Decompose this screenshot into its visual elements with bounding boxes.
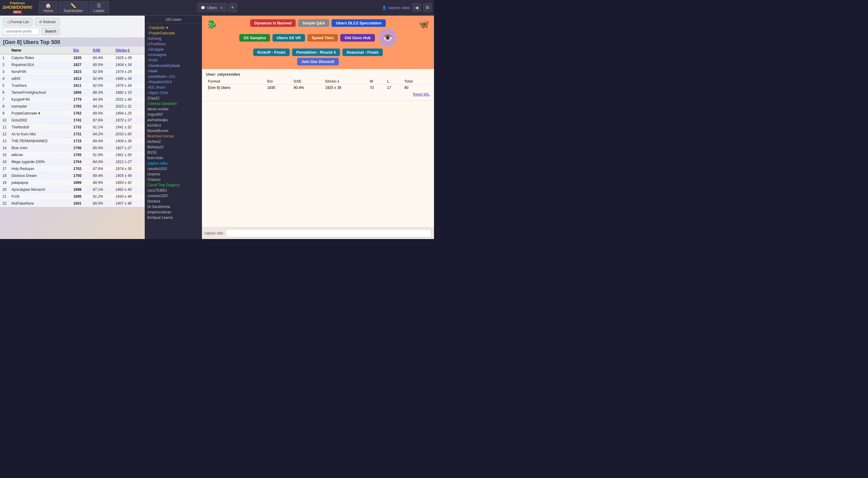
list-item[interactable]: 22aa22 <box>145 96 202 101</box>
table-row[interactable]: 9 PurpleGatorade ♥ 1762 89.0% 1894 ± 25 <box>0 110 145 117</box>
list-item[interactable]: Charuru <box>145 177 202 182</box>
table-row[interactable]: 20 Apocalypse Monarch 1698 87.1% 1862 ± … <box>0 186 145 193</box>
list-item[interactable]: %TrueNora <box>145 41 202 47</box>
banner-link[interactable]: Speed Tiers <box>307 34 338 41</box>
list-item[interactable]: BasedBurner <box>145 128 202 133</box>
banner-link[interactable]: Pentathlon - Round 4 <box>292 49 340 56</box>
list-item[interactable]: calyrex rides <box>145 161 202 166</box>
search-input[interactable] <box>3 28 39 35</box>
table-row[interactable]: 12 Az to Kuro Alkz 1731 94.2% 2033 ± 60 <box>0 131 145 138</box>
banner-link[interactable]: Dynamax Is Banned <box>250 19 296 27</box>
list-item[interactable]: +Fc04 <box>145 58 202 63</box>
back-button[interactable]: ◀ <box>412 3 421 12</box>
list-item[interactable]: Argon657 <box>145 112 202 117</box>
banner-link[interactable]: Old Gens Hub <box>340 34 375 41</box>
tab-ladder[interactable]: ☰ Ladder <box>89 1 109 14</box>
list-item[interactable]: emperorvolcan <box>145 210 202 215</box>
list-item[interactable]: buni-chan <box>145 155 202 161</box>
list-item[interactable]: ~Catalystic ♥ <box>145 25 202 30</box>
table-row[interactable]: 5 TrueNora 1811 92.5% 1975 ± 34 <box>0 82 145 89</box>
banner-link[interactable]: Join Our Discord! <box>297 58 339 65</box>
table-row[interactable]: 16 Mega zygarde-100% 1704 84.0% 1812 ± 2… <box>0 159 145 165</box>
cell-glicko: 1904 ± 34 <box>113 62 145 68</box>
username-link[interactable]: 👤 calyrex rides <box>382 5 410 10</box>
banner-link[interactable]: Simple Q&A <box>298 19 329 27</box>
col-glicko[interactable]: Glicko-1 <box>113 47 145 54</box>
cell-gxe: 84.0% <box>90 159 113 165</box>
list-item[interactable]: awrhahwajta <box>145 117 202 123</box>
table-row[interactable]: 13 THE PERMABANNED 1715 89.4% 1904 ± 36 <box>0 138 145 145</box>
table-row[interactable]: 22 NotFalseNora 1691 89.5% 1907 ± 46 <box>0 200 145 207</box>
list-item[interactable]: %shrang <box>145 36 202 41</box>
list-item[interactable]: +Spyro Chris <box>145 90 202 96</box>
table-row[interactable]: 1 Calyrex Rides 1835 90.4% 1925 ± 39 <box>0 54 145 62</box>
cell-gxe: 89.4% <box>90 172 113 179</box>
list-item[interactable]: +EG Jhonx <box>145 85 202 90</box>
refresh-button[interactable]: ↺ Refresh <box>35 18 59 26</box>
list-item[interactable]: bichboi2 <box>145 139 202 145</box>
list-item[interactable]: Cloud That Dragons <box>145 182 202 188</box>
table-row[interactable]: 2 Ropalme1914 1827 89.5% 1904 ± 34 <box>0 62 145 68</box>
list-item[interactable]: Bisharp22 <box>145 145 202 150</box>
list-item[interactable]: chanmo <box>145 171 202 177</box>
banner-link[interactable]: Seasonal - Finals <box>342 49 383 56</box>
table-row[interactable]: 17 Holy Reduyan 1702 87.9% 1874 ± 36 <box>0 165 145 172</box>
table-row[interactable]: 3 NoraF4N 1823 92.5% 1974 ± 29 <box>0 68 145 75</box>
col-elo[interactable]: Elo <box>71 47 90 54</box>
list-item[interactable]: coco753951 <box>145 188 202 193</box>
table-row[interactable]: 14 Blue chen 1706 85.0% 1827 ± 27 <box>0 145 145 152</box>
format-list-button[interactable]: ◁ Format List <box>3 18 33 26</box>
list-item[interactable]: +Scrappie <box>145 47 202 52</box>
list-item[interactable]: Beached Animal <box>145 133 202 139</box>
list-item[interactable]: +Nalei <box>145 68 202 74</box>
col-name[interactable]: Name <box>9 47 71 54</box>
tab-teambuilder[interactable]: ✏️ Teambuilder <box>59 1 87 14</box>
cell-elo: 1731 <box>71 131 90 138</box>
list-item[interactable]: coonom2357 <box>145 193 202 199</box>
table-row[interactable]: 11 TheNoob3r 1732 91.1% 1941 ± 52 <box>0 124 145 131</box>
list-item[interactable]: Enriqual 1earce <box>145 215 202 220</box>
list-item[interactable]: alexis noobie <box>145 106 202 112</box>
list-item[interactable]: Bl153 <box>145 150 202 155</box>
settings-button[interactable]: ⚙ <box>423 3 432 12</box>
chat-input[interactable] <box>226 229 432 237</box>
list-item[interactable]: caustin1010 <box>145 166 202 171</box>
table-row[interactable]: 15 willcow 1705 91.9% 1961 ± 50 <box>0 152 145 159</box>
banner-link[interactable]: Ubers DLC2 Speculation <box>332 19 386 27</box>
table-row[interactable]: 10 Golu2002 1741 87.6% 1870 ± 37 <box>0 117 145 124</box>
table-row[interactable]: 4 xdhf3 1813 92.9% 1985 ± 34 <box>0 75 145 82</box>
list-item[interactable]: A Bread Sandwich <box>145 101 202 106</box>
banner-sprite-left: 🐉 <box>207 19 217 29</box>
list-item[interactable]: +Gardevoir&Gallade <box>145 63 202 68</box>
add-tab-button[interactable]: + <box>228 3 237 12</box>
stats-col-glicko-1: Glicko-1 <box>323 78 368 85</box>
table-row[interactable]: 6 TannerFrmHghschool 1806 88.3% 1882 ± 3… <box>0 89 145 96</box>
banner-link[interactable]: Ubers SS VR <box>273 34 305 41</box>
table-row[interactable]: 8 icemaster 1765 94.1% 2023 ± 31 <box>0 103 145 110</box>
reset-wl-link[interactable]: Reset W/L <box>206 91 430 98</box>
logo[interactable]: Pokémon SHOWDOWN! BETA <box>2 1 36 14</box>
list-item[interactable]: +pokeblade☆101 <box>145 74 202 79</box>
ubers-chat-tab[interactable]: 💬 Ubers ✕ <box>197 3 227 12</box>
table-row[interactable]: 7 KyogreF4N 1779 94.3% 2031 ± 40 <box>0 96 145 103</box>
list-item[interactable]: Dr.Sandshrew <box>145 204 202 210</box>
stats-total: 90 <box>403 85 430 91</box>
stats-col-w: W <box>368 78 385 85</box>
list-item[interactable]: +Ropalme1914 <box>145 79 202 85</box>
list-item[interactable]: b1chbo1 <box>145 123 202 128</box>
cell-elo: 1702 <box>71 165 90 172</box>
tab-home[interactable]: 🏠 Home <box>39 1 58 14</box>
chat-tab-close-icon[interactable]: ✕ <box>220 6 223 10</box>
table-row[interactable]: 19 palapapop 1699 88.9% 1893 ± 42 <box>0 179 145 186</box>
reset-wl-anchor[interactable]: Reset W/L <box>413 92 430 96</box>
table-row[interactable]: 21 Fc04 1695 91.2% 1943 ± 48 <box>0 193 145 200</box>
search-button[interactable]: Search <box>41 28 60 35</box>
cell-rank: 22 <box>0 200 9 207</box>
list-item[interactable]: ~PurpleGatorade <box>145 30 202 36</box>
banner-link[interactable]: Kickoff - Finals <box>253 49 290 56</box>
list-item[interactable]: Dockiva <box>145 199 202 204</box>
banner-link[interactable]: SS Samples <box>239 34 270 41</box>
table-row[interactable]: 18 Glorious Dream 1700 89.4% 1905 ± 49 <box>0 172 145 179</box>
list-item[interactable]: +cromagnet <box>145 52 202 58</box>
col-gxe[interactable]: GXE <box>90 47 113 54</box>
